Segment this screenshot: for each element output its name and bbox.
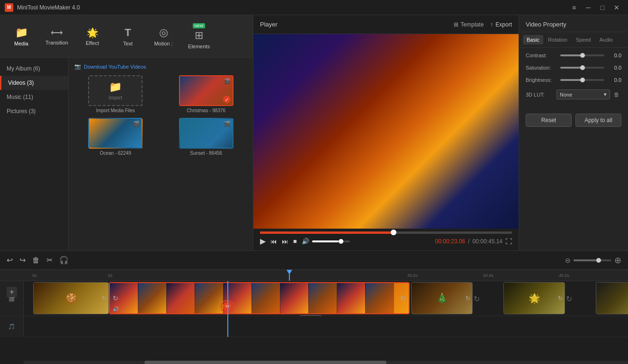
cookie-star-icon: 🌟 [529,293,540,304]
export-btn[interactable]: ↑ Export [490,21,512,28]
volume-bar[interactable] [312,240,350,242]
brightness-row: Brightness: 0.0 [526,77,621,83]
media-ocean-item[interactable]: 🎬 Ocean - 62249 [72,118,159,156]
delete-btn[interactable]: 🗑 [32,256,40,265]
undo-btn[interactable]: ↩ [7,256,13,265]
prev-btn[interactable]: ⏮ [270,238,277,245]
toolbar-text[interactable]: T Text [111,20,144,53]
template-label: Template [461,21,484,28]
audio-btn[interactable]: 🎧 [59,256,69,265]
fullscreen-btn[interactable]: ⛶ [505,238,512,245]
volume-area: 🔊 [302,238,350,245]
clip-cookies3[interactable]: ↻ [596,282,628,314]
clip-christmas-main[interactable]: 🔊 ↻ ↻ ✂ [109,282,410,314]
menu-button[interactable]: ≡ [567,2,581,13]
transition-arrow-1: ↻ [474,294,480,303]
contrast-row: Contrast: 0.0 [526,53,621,58]
volume-btn[interactable]: 🔊 [302,238,309,245]
brightness-slider-container [560,79,604,81]
loop-icon-1: ↻ [102,295,107,302]
download-youtube-btn[interactable]: 📷 Download YouTube Videos [72,62,249,71]
lut-select[interactable]: None ▾ [556,89,610,99]
player-progress-bar[interactable] [260,231,512,234]
cut-btn[interactable]: ✂ [46,256,53,265]
reset-button[interactable]: Reset [526,114,572,127]
video-cam-icon2: 🎬 [133,121,140,127]
zoom-out-icon[interactable]: ⊖ [565,257,571,264]
zoom-slider[interactable] [574,259,611,261]
saturation-slider[interactable] [560,67,604,69]
toolbar-motion[interactable]: ◎ Motion : [147,20,180,53]
sidebar-item-music[interactable]: Music (11) [0,90,68,104]
sidebar-item-pictures[interactable]: Pictures (3) [0,104,68,118]
progress-handle[interactable] [391,230,396,235]
timeline-ruler: 0s 5s 35.6s 40.6s 45.6s [0,270,628,281]
media-sunset-item[interactable]: 🎬 Sunset - 86456 [163,118,250,156]
tab-speed[interactable]: Speed [572,35,595,44]
brightness-slider[interactable] [560,79,604,81]
music-track: 🎵 [0,316,628,337]
video-frame [253,34,519,229]
property-section: Contrast: 0.0 Saturation: [519,48,628,111]
tab-audio[interactable]: Audio [596,35,617,44]
tab-basic[interactable]: Basic [523,35,543,44]
titlebar: M MiniTool MovieMaker 4.0 ≡ ─ □ ✕ [0,0,628,15]
text-icon: T [125,27,131,39]
transition-icon: ⟷ [51,27,63,38]
tab-rotation[interactable]: Rotation [544,35,571,44]
toolbar-media[interactable]: 📁 Media [5,20,38,53]
sidebar-item-album[interactable]: My Album (6) [0,62,68,76]
clip-cookies2[interactable]: 🌟 ↻ [503,282,565,314]
maximize-button[interactable]: □ [596,2,609,13]
lut-value: None [560,92,572,98]
next-btn[interactable]: ⏭ [282,238,288,245]
template-btn[interactable]: ⊞ Template [454,21,484,28]
import-label: Import Media Files [96,108,135,113]
apply-to-all-button[interactable]: Apply to all [575,114,621,127]
toolbar-transition[interactable]: ⟷ Transition [40,20,73,53]
timeline-hscroll[interactable] [24,361,628,364]
toolbar-elements[interactable]: NEW ⊞ Elements [182,20,215,53]
stop-btn[interactable]: ■ [293,238,297,245]
timeline-tools: ↩ ↪ 🗑 ✂ 🎧 [7,256,69,265]
left-loop-icon: ↻ [113,294,118,302]
lut-delete-btn[interactable]: 🗑 [612,90,621,99]
close-button[interactable]: ✕ [610,2,623,13]
brightness-handle[interactable] [580,78,585,82]
lut-row: 3D LUT: None ▾ 🗑 [526,89,621,99]
play-btn[interactable]: ▶ [260,237,266,246]
zoom-in-icon[interactable]: ⊕ [614,255,621,266]
split-popup: Split ←———— [299,315,322,316]
playhead-head-icon [287,270,292,275]
cookies-icon: 🎄 [436,293,448,304]
zoom-fill [574,259,596,261]
hscroll-thumb[interactable] [144,361,386,364]
video-cam-icon3: 🎬 [224,121,231,127]
sidebar-item-videos[interactable]: Videos (3) [0,76,68,90]
elements-label: Elements [188,44,210,49]
media-import-item[interactable]: 📁 Import Import Media Files [72,75,159,113]
lut-chevron-icon: ▾ [604,91,607,98]
timeline-toolbar: ↩ ↪ 🗑 ✂ 🎧 ⊖ ⊕ [0,251,628,270]
ruler-5s: 5s [108,273,113,278]
loop-icon-3: ↻ [558,295,563,302]
clip-gingerbread[interactable]: 🍪 ↻ [33,282,109,314]
contrast-handle[interactable] [580,53,585,58]
saturation-handle[interactable] [580,65,585,70]
clip-cookies1[interactable]: 🎄 ↻ [411,282,473,314]
progress-fill [260,231,394,234]
media-christmas-item[interactable]: 🎬 ✓ Christmas - 98376 [163,75,250,113]
music-track-icon: 🎵 [8,323,15,330]
property-tabs: Basic Rotation Speed Audio [519,32,628,48]
transition-arrow-2: ↻ [566,294,572,303]
toolbar-effect[interactable]: 🌟 Effect [76,20,109,53]
gingerbread-icon: 🍪 [65,293,77,304]
zoom-handle[interactable] [596,258,601,263]
volume-handle[interactable] [339,239,343,244]
selected-check-icon: ✓ [223,96,231,103]
contrast-slider[interactable] [560,54,604,56]
ruler-45s: 45.6s [559,273,569,278]
minimize-button[interactable]: ─ [582,2,595,13]
redo-btn[interactable]: ↪ [19,256,26,265]
add-track-btn[interactable]: + [7,287,17,297]
